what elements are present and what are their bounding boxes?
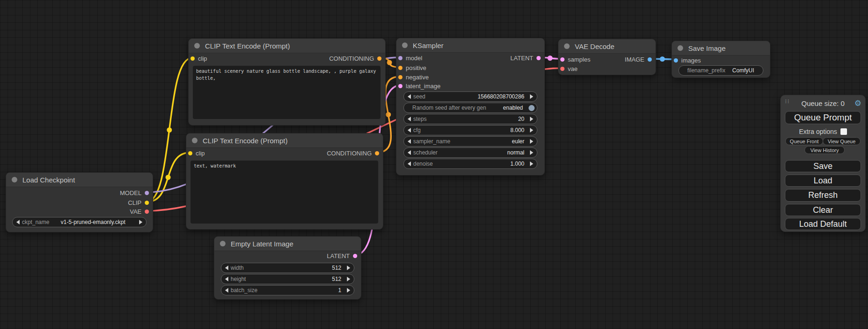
clear-button[interactable]: Clear [785,204,861,216]
vae-input-dot[interactable] [560,67,565,71]
prev-value-icon[interactable] [16,220,20,224]
node-title-bar[interactable]: VAE Decode [558,39,656,54]
decrement-icon[interactable] [225,266,228,270]
extra-options-checkbox[interactable] [840,128,847,135]
cfg-widget[interactable]: cfg 8.000 [403,125,537,135]
node-title-bar[interactable]: CLIP Text Encode (Prompt) [189,39,385,53]
output-label: IMAGE [625,56,644,63]
load-button[interactable]: Load [785,175,861,187]
widget-value: v1-5-pruned-emaonly.ckpt [49,219,137,225]
node-save-image[interactable]: Save Image images filename_prefix ComfyU… [671,41,770,78]
seed-widget[interactable]: seed 156680208700286 [403,91,537,102]
toggle-enabled-icon[interactable] [529,105,535,111]
node-ksampler[interactable]: KSampler model positive negative latent_… [396,38,545,175]
node-title-bar[interactable]: Empty Latent Image [214,237,361,251]
filename-prefix-widget[interactable]: filename_prefix ComfyUI [678,65,763,76]
random-seed-toggle-widget[interactable]: Random seed after every gen enabled [403,103,537,113]
prompt-textarea[interactable]: text, watermark [191,161,378,224]
node-title: Load Checkpoint [22,176,75,184]
node-title-bar[interactable]: Save Image [672,41,770,56]
settings-gear-icon[interactable]: ⚙ [854,98,861,108]
clip-input-dot[interactable] [188,151,192,155]
node-title-bar[interactable]: KSampler [396,38,544,53]
steps-widget[interactable]: steps 20 [403,114,537,124]
view-queue-button[interactable]: View Queue [823,137,861,145]
node-empty-latent-image[interactable]: Empty Latent Image LATENT width 512 heig… [214,236,361,300]
collapse-dot-icon[interactable] [677,45,683,51]
next-value-icon[interactable] [530,150,533,155]
collapse-dot-icon[interactable] [12,177,17,182]
conditioning-output-dot[interactable] [375,151,379,155]
batch-size-widget[interactable]: batch_size 1 [221,285,354,295]
queue-front-button[interactable]: Queue Front [785,137,823,145]
view-history-button[interactable]: View History [804,146,845,154]
widget-label: scheduler [413,149,438,156]
latent-input-dot[interactable] [398,84,402,88]
scheduler-widget[interactable]: scheduler normal [403,147,537,158]
comfyui-node-canvas[interactable]: Load Checkpoint MODEL CLIP VAE ckpt_name… [0,0,868,329]
node-vae-decode[interactable]: VAE Decode samples vae IMAGE [558,39,656,75]
negative-input-dot[interactable] [398,75,402,79]
decrement-icon[interactable] [225,288,228,293]
load-default-button[interactable]: Load Default [785,218,861,230]
prev-value-icon[interactable] [408,139,411,144]
widget-value: enabled [486,105,526,111]
increment-icon[interactable] [530,94,533,99]
queue-prompt-button[interactable]: Queue Prompt [785,111,861,124]
latent-output-dot[interactable] [536,56,541,60]
increment-icon[interactable] [530,128,533,133]
latent-output-dot[interactable] [353,254,357,258]
height-widget[interactable]: height 512 [221,274,354,284]
drag-handle-icon[interactable]: ⁝⁝ [785,99,790,103]
prompt-textarea[interactable]: beautiful scenery nature glass bottle la… [193,66,381,119]
node-clip-text-encode-positive[interactable]: CLIP Text Encode (Prompt) clip CONDITION… [188,38,386,126]
clip-input-dot[interactable] [191,56,195,61]
increment-icon[interactable] [347,277,350,281]
width-widget[interactable]: width 512 [221,263,354,273]
decrement-icon[interactable] [408,128,411,133]
vae-output-dot[interactable] [145,210,149,214]
node-clip-text-encode-negative[interactable]: CLIP Text Encode (Prompt) clip CONDITION… [186,133,383,230]
input-label: clip [196,150,205,157]
collapse-dot-icon[interactable] [564,43,570,49]
input-label: model [406,55,422,62]
increment-icon[interactable] [530,117,533,121]
decrement-icon[interactable] [408,161,411,166]
decrement-icon[interactable] [408,117,411,121]
node-title-bar[interactable]: CLIP Text Encode (Prompt) [186,133,383,148]
sampler-name-widget[interactable]: sampler_name euler [403,136,537,147]
denoise-widget[interactable]: denoise 1.000 [403,159,537,169]
node-load-checkpoint[interactable]: Load Checkpoint MODEL CLIP VAE ckpt_name… [6,172,153,232]
node-title-bar[interactable]: Load Checkpoint [6,173,153,187]
model-input-dot[interactable] [398,56,402,60]
output-label: MODEL [120,189,141,196]
ckpt-name-widget[interactable]: ckpt_name v1-5-pruned-emaonly.ckpt [12,217,147,227]
images-input-dot[interactable] [674,58,678,63]
clip-output-dot[interactable] [145,201,149,205]
model-output-dot[interactable] [145,191,149,195]
decrement-icon[interactable] [408,94,411,99]
collapse-dot-icon[interactable] [192,138,198,143]
collapse-dot-icon[interactable] [220,241,226,246]
next-value-icon[interactable] [530,139,533,144]
refresh-button[interactable]: Refresh [785,189,861,202]
output-vae: VAE [130,207,149,216]
samples-input-dot[interactable] [560,57,565,62]
prev-value-icon[interactable] [408,150,411,155]
collapse-dot-icon[interactable] [402,42,408,48]
output-label: CONDITIONING [329,55,374,62]
positive-input-dot[interactable] [398,66,402,70]
increment-icon[interactable] [530,161,533,166]
increment-icon[interactable] [347,266,350,270]
save-button[interactable]: Save [785,160,861,172]
output-label: LATENT [327,252,350,259]
decrement-icon[interactable] [225,277,228,281]
next-value-icon[interactable] [139,220,142,224]
link-dot-latent [548,56,553,61]
queue-menu-panel[interactable]: ⁝⁝ Queue size: 0 ⚙ Queue Prompt Extra op… [780,95,866,232]
increment-icon[interactable] [347,288,350,293]
link-dot-negative [386,112,391,117]
conditioning-output-dot[interactable] [377,56,381,61]
collapse-dot-icon[interactable] [194,43,200,49]
image-output-dot[interactable] [648,57,652,62]
